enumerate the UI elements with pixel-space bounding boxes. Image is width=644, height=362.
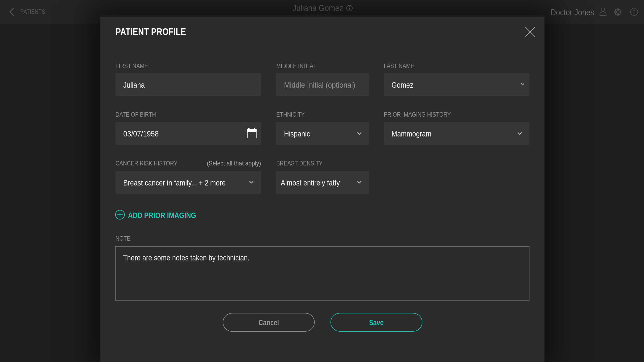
svg-text:?: ? [633, 10, 636, 14]
